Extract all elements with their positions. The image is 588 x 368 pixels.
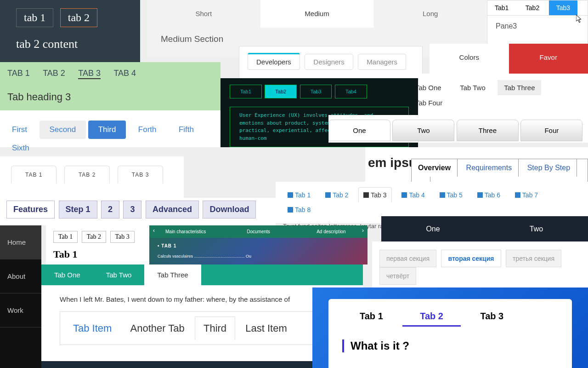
tab-t3[interactable]: Ad description	[295, 225, 368, 238]
tab-favor[interactable]: Favor	[509, 44, 588, 74]
tab-ui2[interactable]: Another Tab	[122, 317, 193, 340]
tab-h1[interactable]: Tab1	[230, 85, 262, 98]
tab-requirements[interactable]: Requirements	[460, 159, 519, 177]
tab-m2[interactable]: TAB 2	[64, 166, 110, 184]
v-heading: What is it ?	[342, 339, 558, 352]
pane-content: Pane3	[487, 15, 588, 37]
tab-step3[interactable]: 3	[123, 201, 141, 218]
tab-n7[interactable]: Tab 7	[510, 188, 543, 202]
tab-ui3[interactable]: Third	[195, 316, 235, 340]
circle-icon	[288, 207, 293, 213]
tab-t2[interactable]: Documents	[222, 225, 294, 238]
tab-m1[interactable]: TAB 1	[11, 166, 57, 184]
tab-second[interactable]: Second	[40, 121, 86, 139]
arrow-right-icon[interactable]: ›	[362, 227, 364, 234]
tab-a-content: tab 2 content	[16, 37, 124, 51]
tab-j3[interactable]: Three	[457, 120, 519, 141]
t-line: • TAB 1	[149, 238, 368, 254]
tab-d2[interactable]: Tab2	[518, 0, 547, 15]
tab-d3[interactable]: Tab3	[549, 0, 577, 15]
tab-m3[interactable]: TAB 3	[118, 166, 163, 184]
panel-red-tabs: Colors Favor	[430, 44, 588, 74]
tab-u2[interactable]: Tab Two	[93, 264, 145, 285]
tab-advanced[interactable]: Advanced	[146, 201, 199, 218]
panel-box-tabs: TAB 1 TAB 2 TAB 3	[0, 156, 184, 198]
panel-bluegrad-tabs: Tab 1 Tab 2 Tab 3 What is it ?	[312, 288, 588, 368]
tab-step2[interactable]: 2	[101, 201, 119, 218]
tab-step1[interactable]: Step 1	[59, 201, 97, 218]
nav-about[interactable]: About	[0, 259, 41, 293]
tab-g3[interactable]: Tab Three	[498, 80, 541, 95]
tab-q1[interactable]: первая секция	[379, 250, 436, 267]
globe-icon	[440, 192, 445, 198]
tab-h3[interactable]: Tab3	[300, 85, 332, 98]
tab-t1[interactable]: Main characteristics	[149, 225, 222, 238]
tab-a2[interactable]: tab 2	[60, 8, 97, 27]
tab-n1[interactable]: Tab 1	[283, 188, 315, 202]
tab-u1[interactable]: Tab One	[41, 264, 93, 285]
tab-n3[interactable]: Tab 3	[358, 187, 391, 202]
tab-managers[interactable]: Managers	[358, 54, 406, 70]
tab-n2[interactable]: Tab 2	[321, 188, 353, 202]
tab-colors[interactable]: Colors	[430, 44, 509, 74]
nav-home[interactable]: Home	[0, 225, 41, 259]
tab-short[interactable]: Short	[147, 0, 260, 28]
tab-n8[interactable]: Tab 8	[283, 202, 315, 217]
tab-n5[interactable]: Tab 5	[435, 188, 467, 202]
tab-q3[interactable]: третья секция	[506, 250, 561, 267]
panel-word-tabs: Tab One Tab Two Tab Three Tab Four Ut en…	[400, 74, 588, 115]
tab-developers[interactable]: Developers	[248, 53, 300, 70]
tab-v1[interactable]: Tab 1	[342, 307, 401, 325]
tab-q4[interactable]: четвёрт	[379, 267, 416, 285]
tab-h2[interactable]: Tab2	[265, 85, 297, 98]
tab-j4[interactable]: Four	[520, 120, 582, 141]
tab-j2[interactable]: Two	[392, 120, 454, 141]
tab-fifth[interactable]: Fifth	[169, 121, 204, 139]
panel-gradient-tabs: ‹ › Main characteristics Documents Ad de…	[149, 225, 368, 264]
tab-f1[interactable]: TAB 1	[7, 69, 30, 78]
tab-p2[interactable]: Two	[485, 216, 588, 242]
panel-blue-tabs: Tab1 Tab2 Tab3 Pane3	[487, 0, 588, 51]
grid-icon	[515, 192, 520, 198]
panel-green-tabs: TAB 1 TAB 2 TAB 3 TAB 4 Tab heading 3	[0, 62, 220, 110]
tab-features[interactable]: Features	[6, 201, 55, 218]
tab-first[interactable]: First	[2, 121, 37, 139]
tab-n6[interactable]: Tab 6	[473, 188, 505, 202]
tab-g2[interactable]: Tab Two	[453, 80, 492, 95]
tab-h4[interactable]: Tab4	[335, 85, 367, 98]
tab-sixth[interactable]: Sixth	[2, 139, 40, 157]
tab-third[interactable]: Third	[88, 121, 126, 139]
tab-f2[interactable]: TAB 2	[43, 69, 65, 78]
tab-d1[interactable]: Tab1	[487, 0, 516, 15]
tab-s2[interactable]: Tab 2	[82, 231, 106, 243]
tab-q2[interactable]: вторая секция	[441, 250, 501, 267]
tab-n4[interactable]: Tab 4	[397, 188, 429, 202]
tab-long[interactable]: Long	[373, 0, 487, 28]
panel-dark-tabs: tab 1 tab 2 tab 2 content	[0, 0, 140, 62]
tab-designers[interactable]: Designers	[305, 54, 353, 70]
tab-p1[interactable]: One	[381, 216, 485, 242]
list-icon	[325, 192, 331, 198]
tab-u3[interactable]: Tab Three	[144, 264, 201, 285]
tab-download[interactable]: Download	[203, 201, 256, 218]
tab-f3[interactable]: TAB 3	[78, 69, 101, 79]
arrow-left-icon[interactable]: ‹	[153, 227, 155, 234]
nav-work[interactable]: Work	[0, 293, 41, 328]
tab-forth[interactable]: Forth	[128, 121, 167, 139]
home-icon	[288, 192, 293, 198]
chart-icon	[477, 192, 483, 198]
tab-v3[interactable]: Tab 3	[463, 307, 521, 325]
tab-f4[interactable]: TAB 4	[113, 69, 136, 78]
tab-stepbystep[interactable]: Step By Step	[521, 159, 577, 177]
tab-ui1[interactable]: Tab Item	[65, 317, 120, 340]
tab-j1[interactable]: One	[328, 120, 390, 141]
t-sub: Calculs vasculaires ....................…	[149, 254, 368, 259]
tab-s3[interactable]: Tab 3	[110, 231, 135, 243]
tab-medium[interactable]: Medium	[260, 0, 374, 28]
tab-overview[interactable]: Overview	[412, 159, 458, 177]
tab-ui4[interactable]: Last Item	[237, 317, 295, 340]
tab-s1[interactable]: Tab 1	[53, 231, 78, 243]
tab-a1[interactable]: tab 1	[16, 8, 53, 27]
inner-tabs: Tab Item Another Tab Third Last Item	[60, 311, 345, 345]
tab-v2[interactable]: Tab 2	[402, 307, 461, 327]
